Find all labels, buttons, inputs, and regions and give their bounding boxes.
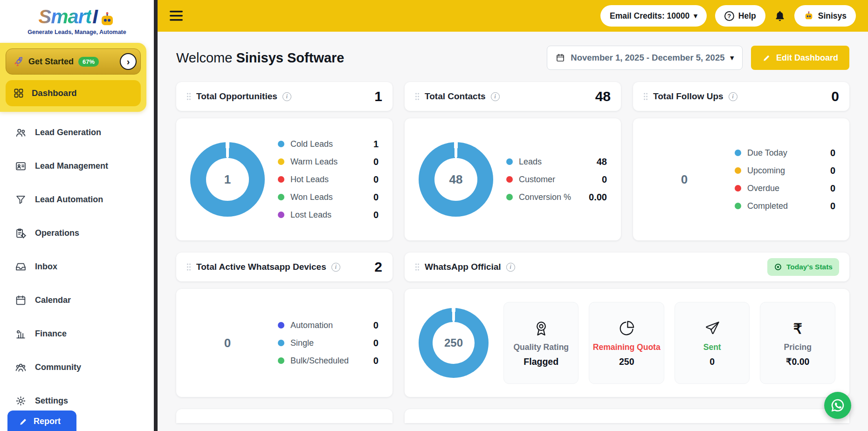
opportunities-donut-chart: 1 (190, 142, 265, 217)
sidebar-item-label: Community (35, 363, 81, 372)
gear-icon (15, 395, 27, 407)
brand-mini-logo-icon (804, 11, 814, 21)
info-icon[interactable]: i (729, 92, 737, 101)
help-label: Help (738, 11, 756, 21)
page-title: Welcome Sinisys Software (176, 50, 344, 66)
send-icon (704, 319, 721, 338)
card-title: Total Opportunities (196, 91, 277, 102)
drag-handle-icon[interactable] (643, 92, 648, 101)
sidebar-item-community[interactable]: Community (0, 350, 154, 384)
legend-item: Hot Leads0 (278, 174, 379, 185)
legend-item: Cold Leads1 (278, 139, 379, 150)
sidebar-divider (154, 0, 158, 431)
whatsapp-quota-donut-chart: 250 (419, 308, 489, 378)
info-icon[interactable]: i (331, 263, 340, 272)
stat-value: 250 (619, 356, 634, 367)
hamburger-menu-icon[interactable] (170, 11, 183, 21)
contacts-legend: Leads48 Customer0 Conversion %0.00 (506, 157, 607, 203)
sidebar-item-dashboard[interactable]: Dashboard (6, 80, 141, 106)
get-started-arrow-button[interactable]: › (120, 53, 137, 70)
sidebar-item-label: Dashboard (32, 88, 77, 98)
date-range-picker[interactable]: November 1, 2025 - December 5, 2025 ▾ (547, 46, 743, 70)
card-total-value: 1 (374, 89, 382, 104)
info-icon[interactable]: i (491, 92, 500, 101)
sidebar-item-finance[interactable]: Finance (0, 317, 154, 350)
email-credits-dropdown[interactable]: Email Credits: 10000 ▾ (600, 5, 707, 27)
followups-chart-value: 0 (647, 172, 722, 187)
legend-dot (278, 158, 284, 165)
drag-handle-icon[interactable] (415, 263, 420, 271)
edit-dashboard-label: Edit Dashboard (776, 53, 838, 63)
stat-value: ₹0.00 (786, 356, 809, 367)
devices-chart-value: 0 (190, 336, 265, 350)
info-icon[interactable]: i (282, 92, 291, 101)
card-title: Total Contacts (425, 91, 486, 102)
legend-item: Conversion %0.00 (506, 192, 607, 203)
legend-item: Leads48 (506, 157, 607, 167)
get-started-button[interactable]: Get Started 67% › (6, 48, 141, 75)
sidebar: SmartI Generate Leads, Manage, Automate … (0, 0, 154, 431)
sidebar-item-inbox[interactable]: Inbox (0, 250, 154, 283)
legend-item: Bulk/Scheduled0 (278, 356, 379, 366)
id-card-icon (15, 160, 27, 172)
sidebar-item-lead-management[interactable]: Lead Management (0, 149, 154, 183)
legend-item: Automation0 (278, 320, 379, 331)
drag-handle-icon[interactable] (415, 92, 420, 101)
stat-label: Pricing (784, 342, 812, 352)
sidebar-item-lead-automation[interactable]: Lead Automation (0, 183, 154, 216)
partial-card (405, 409, 849, 423)
edit-dashboard-button[interactable]: Edit Dashboard (751, 46, 849, 70)
inbox-icon (15, 261, 27, 273)
donut-center-value: 250 (433, 322, 475, 364)
stat-sent: Sent 0 (675, 302, 750, 384)
card-title: WhatsApp Official (425, 262, 501, 272)
robot-logo-icon (99, 11, 116, 28)
app-root: SmartI Generate Leads, Manage, Automate … (0, 0, 868, 431)
legend-dot (278, 322, 284, 328)
card-total-contacts: Total Contacts i 48 48 Leads48 Customer0 (405, 82, 621, 240)
legend-dot (506, 176, 513, 183)
get-started-progress-badge: 67% (78, 57, 99, 67)
info-icon[interactable]: i (506, 263, 515, 272)
calendar-icon (556, 53, 565, 62)
sidebar-item-operations[interactable]: Operations (0, 216, 154, 250)
drag-handle-icon[interactable] (186, 263, 191, 271)
legend-item: Completed0 (735, 201, 835, 212)
legend-dot (506, 194, 513, 200)
legend-item: Lost Leads0 (278, 210, 379, 220)
rocket-icon (13, 56, 24, 67)
stat-label: Remaining Quota (593, 342, 661, 352)
dashboard-content: Welcome Sinisys Software November 1, 202… (158, 32, 868, 431)
report-button[interactable]: Report (7, 410, 76, 431)
todays-stats-badge: Today's Stats (767, 258, 839, 276)
card-title: Total Active Whatsapp Devices (196, 262, 326, 272)
date-range-value: November 1, 2025 - December 5, 2025 (571, 53, 724, 63)
opportunities-legend: Cold Leads1 Warm Leads0 Hot Leads0 Won L… (278, 139, 379, 220)
brand-logo-text-smart: Smart (38, 6, 91, 28)
donut-center-value: 1 (206, 158, 249, 201)
sidebar-item-calendar[interactable]: Calendar (0, 283, 154, 317)
sidebar-item-lead-generation[interactable]: Lead Generation (0, 116, 154, 149)
stat-remaining-quota: Remaining Quota 250 (589, 302, 664, 384)
welcome-account-name: Sinisys Software (236, 50, 344, 65)
legend-dot (278, 212, 284, 218)
target-icon (774, 263, 782, 271)
chevron-down-icon: ▾ (730, 54, 734, 62)
notifications-bell-icon[interactable] (774, 10, 786, 22)
calendar-icon (15, 294, 27, 306)
whatsapp-chat-button[interactable] (824, 392, 851, 419)
account-menu[interactable]: Sinisys (794, 5, 856, 27)
chevron-down-icon: ▾ (694, 12, 697, 20)
sidebar-item-label: Settings (35, 396, 68, 406)
legend-item: Upcoming0 (735, 165, 835, 176)
main-area: Email Credits: 10000 ▾ ? Help Sinisys (158, 0, 868, 431)
pencil-icon (19, 417, 28, 426)
legend-item: Due Today0 (735, 148, 835, 158)
card-title: Total Follow Ups (653, 91, 723, 102)
brand-logo: SmartI Generate Leads, Manage, Automate (0, 0, 154, 37)
drag-handle-icon[interactable] (186, 92, 191, 101)
pie-chart-icon (618, 319, 635, 338)
card-whatsapp-devices: Total Active Whatsapp Devices i 2 0 Auto… (176, 253, 393, 397)
legend-dot (278, 176, 284, 183)
help-button[interactable]: ? Help (715, 5, 765, 27)
